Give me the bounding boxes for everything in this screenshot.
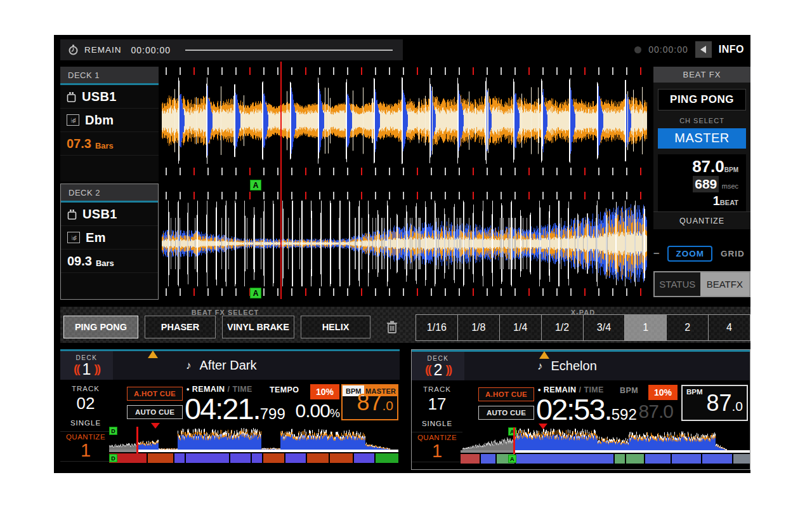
- phrase-segment: [330, 453, 353, 463]
- fx-name-display[interactable]: PING PONG: [658, 89, 746, 110]
- xpad-cell-4[interactable]: 4: [709, 315, 750, 340]
- deck1-info-panel[interactable]: DECK 1 USB1 Dbm 07.3 Bars: [60, 67, 159, 182]
- deck1-track-number: 02: [60, 394, 111, 413]
- deck1-overview-playhead: [136, 427, 138, 453]
- phrase-segment: [376, 453, 398, 463]
- deck1-beat-ticks-bottom: [162, 167, 647, 176]
- deck1-play-mode: SINGLE: [60, 419, 111, 427]
- deck2-phrase-bar[interactable]: [461, 454, 750, 464]
- remain-time: 00:00:00: [131, 45, 171, 55]
- xpad-cell-1[interactable]: 1: [625, 315, 667, 340]
- deck1-bars-unit: Bars: [95, 141, 114, 150]
- deck2-tempo-range-badge[interactable]: 10%: [648, 385, 678, 400]
- top-status-bar: REMAIN 00:00:00: [60, 39, 403, 60]
- deck2-auto-cue-button[interactable]: AUTO CUE: [478, 406, 534, 420]
- deck2-info-panel[interactable]: DECK 2 USB1 Em 09.3 Bars: [60, 184, 159, 300]
- deck2-left-column: TRACK 17 SINGLE QUANTIZE 1: [412, 382, 462, 462]
- deck2-onair-indicator: DECK (( 2 )): [412, 352, 464, 380]
- phrase-segment: [252, 453, 262, 463]
- deck1-overview-waveform[interactable]: [109, 428, 398, 450]
- track-label: TRACK: [60, 385, 111, 392]
- deck1-bars-row: 07.3 Bars: [60, 132, 159, 156]
- zoom-out-button[interactable]: –: [653, 250, 659, 257]
- deck1-key-label: Dbm: [85, 113, 114, 128]
- deck2-main-waveform[interactable]: [162, 201, 647, 286]
- deck2-phrase-cue-marker: A: [508, 455, 516, 463]
- phrase-segment: [733, 454, 750, 464]
- info-collapse-button[interactable]: [695, 41, 712, 58]
- phrase-segment: [263, 453, 285, 463]
- xpad-cell-3-4[interactable]: 3/4: [584, 315, 625, 340]
- deck2-number: 2: [434, 362, 443, 377]
- phrase-segment: [481, 454, 495, 464]
- deck2-hot-cue-button[interactable]: A.HOT CUE: [478, 387, 534, 401]
- deck1-number: 1: [82, 361, 91, 377]
- deck1-phrase-bar[interactable]: [109, 453, 398, 463]
- quantize-value: 1: [60, 441, 111, 460]
- deck1-overview-area[interactable]: D: [109, 428, 398, 450]
- deck2-info-title: DECK 2: [61, 184, 158, 203]
- deck2-key-row: Em: [61, 226, 158, 250]
- phrase-segment: [702, 454, 732, 464]
- info-label[interactable]: INFO: [719, 44, 744, 55]
- deck2-phrase-marker-icon: [539, 351, 549, 359]
- xpad-cell-1-8[interactable]: 1/8: [458, 315, 500, 340]
- deck2-overview-area[interactable]: A: [461, 429, 750, 450]
- xpad-cell-1-4[interactable]: 1/4: [500, 315, 542, 340]
- deck2-title-row: Echelon: [464, 352, 750, 380]
- fx-select-phaser[interactable]: PHASER: [145, 316, 216, 338]
- beatfx-tab[interactable]: BEATFX: [700, 272, 749, 296]
- xpad-cell-2[interactable]: 2: [667, 315, 709, 340]
- deck1-quantize: QUANTIZE 1: [60, 431, 111, 462]
- tempo-number: 0.00: [296, 400, 330, 421]
- deck1-source-row: USB1: [60, 85, 159, 109]
- fx-select-vinyl-brake[interactable]: VINYL BRAKE: [222, 316, 294, 338]
- deck1-info-title: DECK 1: [60, 67, 159, 85]
- deck2-empty-row: [61, 273, 158, 296]
- usb-icon: [67, 91, 76, 102]
- deck2-bpm-ghost-value: 87.0: [602, 401, 673, 422]
- deck2-overview-waveform[interactable]: [461, 429, 750, 450]
- onair-right-icon: )): [94, 361, 100, 377]
- phrase-segment: [516, 454, 613, 464]
- remain-label[interactable]: REMAIN: [84, 45, 122, 55]
- xpad-cell-1-2[interactable]: 1/2: [542, 315, 584, 340]
- player-deck-2: DECK (( 2 )) Echelon TRACK 17 SINGLE QUA…: [411, 349, 750, 470]
- delete-fx-button[interactable]: [384, 319, 400, 335]
- deck1-header: DECK (( 1 )) After Dark: [60, 351, 400, 380]
- dj-screen: REMAIN 00:00:00 00:00:00 INFO DECK 1 USB…: [54, 35, 750, 473]
- left-triangle-icon: [700, 46, 706, 53]
- onair-left-icon: ((: [74, 361, 79, 377]
- stage: REMAIN 00:00:00 00:00:00 INFO DECK 1 USB…: [0, 0, 812, 508]
- phrase-segment: [645, 454, 671, 464]
- deck2-bars-row: 09.3 Bars: [61, 250, 158, 273]
- fx-msec-unit: msec: [722, 182, 738, 190]
- fx-quantize-button[interactable]: QUANTIZE: [653, 211, 750, 229]
- zoom-button[interactable]: ZOOM: [667, 246, 712, 262]
- phrase-segment: [672, 454, 701, 464]
- fx-select-helix[interactable]: HELIX: [301, 316, 370, 338]
- deck1-tempo-range-badge[interactable]: 10%: [310, 384, 339, 399]
- deck1-auto-cue-button[interactable]: AUTO CUE: [127, 405, 183, 419]
- deck1-phrase-marker-icon: [148, 351, 158, 358]
- deck1-hot-cue-button[interactable]: A.HOT CUE: [127, 387, 183, 401]
- time-main: 04:21.: [185, 391, 260, 426]
- clock-icon: [68, 44, 79, 55]
- deck1-phrase-cue-marker: D: [109, 454, 117, 462]
- phrase-segment: [307, 453, 329, 463]
- master-channel-button[interactable]: MASTER: [658, 128, 746, 149]
- clock-info-area: 00:00:00 INFO: [634, 41, 744, 58]
- status-tab[interactable]: STATUS: [655, 272, 700, 296]
- deck1-main-waveform[interactable]: [162, 77, 647, 164]
- deck1-progress-line: [109, 450, 398, 452]
- tempo-unit: %: [330, 407, 339, 420]
- fx-bpm-value: 87.0: [692, 157, 724, 176]
- grid-button[interactable]: GRID: [721, 249, 745, 258]
- onair-right-icon: )): [445, 362, 451, 377]
- fx-select-ping-pong[interactable]: PING PONG: [63, 316, 138, 338]
- wave-zoom-controls: – ZOOM GRID: [653, 245, 750, 262]
- xpad-cell-1-16[interactable]: 1/16: [416, 315, 458, 340]
- ch-select-label: CH SELECT: [653, 117, 750, 124]
- deck2-track-number: 17: [412, 394, 462, 414]
- phrase-segment: [615, 454, 625, 464]
